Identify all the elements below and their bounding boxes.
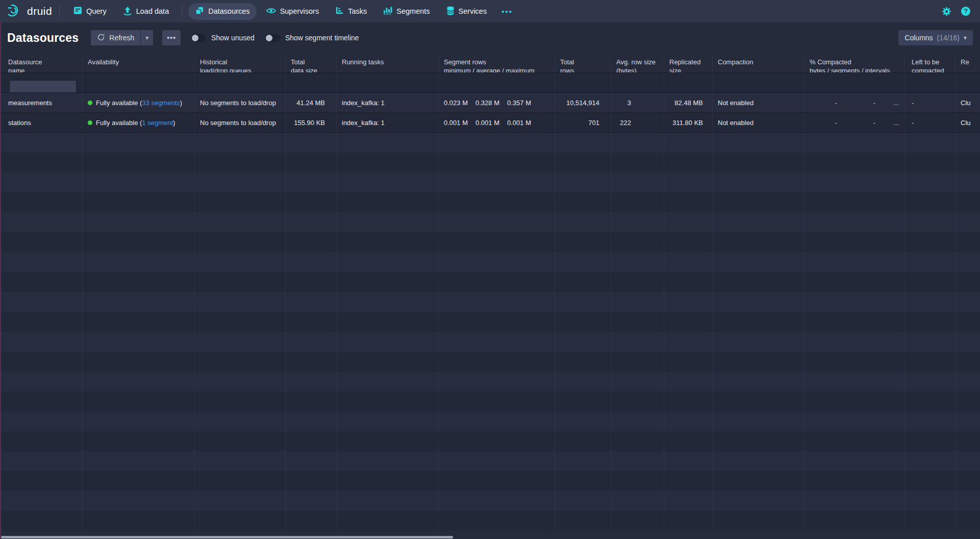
- tasks-icon: [335, 6, 344, 16]
- header-avg-row-size[interactable]: Avg. row size(bytes): [611, 53, 664, 72]
- segments-link[interactable]: 33 segments: [142, 99, 180, 107]
- show-unused-switch[interactable]: Show unused: [191, 34, 255, 42]
- navbar-items: Query Load data Datasources: [67, 3, 518, 20]
- switch-knob: [192, 35, 198, 41]
- nav-item-segments[interactable]: Segments: [376, 3, 436, 19]
- refresh-button[interactable]: Refresh: [91, 30, 140, 45]
- nav-label-datasources: Datasources: [208, 7, 249, 15]
- load-data-icon: [123, 6, 132, 17]
- refresh-label: Refresh: [109, 34, 134, 42]
- empty-row: [0, 252, 980, 272]
- show-segment-timeline-label: Show segment timeline: [285, 34, 359, 42]
- header-pct-compacted[interactable]: % Compactedbytes / segments / intervals: [805, 53, 904, 72]
- overflow-menu-button[interactable]: •••: [162, 30, 181, 45]
- cell-datasource-name: stations: [0, 113, 83, 132]
- table-row-measurements: measurements Fully available (33 segment…: [0, 93, 980, 113]
- cell-compaction: Not enabled: [713, 93, 805, 112]
- cell-left-to-compact: -: [904, 113, 956, 132]
- segments-link[interactable]: 1 segment: [142, 119, 173, 127]
- nav-label-supervisors: Supervisors: [280, 7, 319, 15]
- druid-wordmark: druid: [27, 5, 52, 17]
- nav-label-services: Services: [459, 7, 487, 15]
- empty-row: [0, 451, 980, 471]
- empty-row: [0, 292, 980, 312]
- cell-segment-rows: 0.023 M 0.328 M 0.357 M: [439, 93, 555, 112]
- empty-row: [0, 212, 980, 232]
- navbar-divider: [182, 5, 182, 17]
- cell-avg-row-size: 3: [611, 93, 664, 112]
- page-title: Datasources: [7, 31, 79, 45]
- nav-more-button[interactable]: •••: [496, 4, 518, 19]
- switch-track: [265, 34, 280, 42]
- datasource-name-filter-input[interactable]: [9, 80, 77, 92]
- cell-retention-clipped: Clu: [956, 113, 980, 132]
- cell-load-drop: No segments to load/drop: [195, 93, 286, 112]
- header-historical-queues[interactable]: Historicalload/drop queues: [195, 53, 286, 72]
- header-datasource-name[interactable]: Datasourcename: [0, 53, 83, 72]
- nav-label-segments: Segments: [396, 7, 430, 15]
- nav-label-load-data: Load data: [136, 7, 169, 15]
- header-compaction[interactable]: Compaction: [713, 53, 805, 72]
- empty-row: [0, 411, 980, 431]
- cell-availability: Fully available (1 segment): [83, 113, 195, 132]
- table-filter-row: [0, 73, 980, 93]
- cell-segment-rows: 0.001 M 0.001 M 0.001 M: [439, 113, 555, 132]
- show-segment-timeline-switch[interactable]: Show segment timeline: [265, 34, 359, 42]
- nav-item-services[interactable]: Services: [440, 3, 494, 20]
- nav-item-supervisors[interactable]: Supervisors: [260, 4, 326, 19]
- show-unused-label: Show unused: [211, 34, 255, 42]
- druid-logo[interactable]: druid: [7, 4, 52, 19]
- empty-row: [0, 332, 980, 352]
- empty-row: [0, 312, 980, 332]
- header-replicated-size[interactable]: Replicatedsize: [664, 53, 713, 72]
- nav-item-tasks[interactable]: Tasks: [329, 3, 373, 19]
- header-total-data-size[interactable]: Totaldata size: [286, 53, 337, 72]
- supervisors-eye-icon: [266, 7, 276, 16]
- header-retention-clipped[interactable]: Re: [956, 53, 980, 72]
- nav-item-query[interactable]: Query: [67, 3, 113, 19]
- empty-row: [0, 232, 980, 252]
- header-total-rows[interactable]: Totalrows: [555, 53, 611, 72]
- empty-row: [0, 192, 980, 212]
- switch-track: [191, 34, 206, 42]
- nav-item-load-data[interactable]: Load data: [116, 3, 176, 20]
- table-header-row: Datasourcename Availability Historicallo…: [0, 53, 980, 73]
- druid-logo-icon: [7, 4, 22, 19]
- chevron-down-icon: ▾: [964, 35, 967, 41]
- empty-row: [0, 372, 980, 391]
- window-left-edge: [0, 22, 1, 539]
- cell-replicated-size: 311.80 KB: [664, 113, 713, 132]
- empty-row: [0, 511, 980, 531]
- nav-item-datasources[interactable]: Datasources: [188, 3, 256, 20]
- empty-row: [0, 173, 980, 192]
- refresh-options-button[interactable]: ▾: [141, 30, 153, 45]
- nav-label-tasks: Tasks: [348, 7, 367, 15]
- refresh-icon: [97, 33, 105, 43]
- query-icon: [73, 6, 82, 16]
- header-running-tasks[interactable]: Running tasks: [337, 53, 439, 72]
- help-button[interactable]: ?: [961, 6, 971, 16]
- empty-row: [0, 272, 980, 292]
- availability-green-dot: [88, 101, 92, 105]
- switch-knob: [266, 35, 272, 41]
- header-left-to-be-compacted[interactable]: Left to becompacted: [904, 53, 956, 72]
- empty-row: [0, 352, 980, 372]
- horizontal-scrollbar-thumb[interactable]: [1, 536, 453, 538]
- cell-total-rows: 10,514,914: [555, 93, 611, 112]
- datasources-icon: [195, 6, 204, 17]
- refresh-button-group: Refresh ▾: [91, 30, 153, 45]
- cell-running-tasks: index_kafka: 1: [337, 93, 439, 112]
- cell-avg-row-size: 222: [611, 113, 664, 132]
- datasources-table: Datasourcename Availability Historicallo…: [0, 53, 980, 539]
- header-availability[interactable]: Availability: [83, 53, 195, 72]
- columns-count: (14/16): [937, 34, 960, 42]
- cell-pct-compacted: - - ...: [805, 93, 904, 112]
- segments-bar-chart-icon: [383, 6, 392, 16]
- header-segment-rows[interactable]: Segment rowsminimum / average / maximum: [439, 53, 555, 72]
- cell-pct-compacted: - - ...: [805, 113, 904, 132]
- settings-gear-button[interactable]: [942, 7, 951, 16]
- empty-row: [0, 471, 980, 491]
- navbar-right: ?: [942, 6, 973, 16]
- cell-availability: Fully available (33 segments): [83, 93, 195, 112]
- columns-button[interactable]: Columns (14/16) ▾: [898, 30, 973, 45]
